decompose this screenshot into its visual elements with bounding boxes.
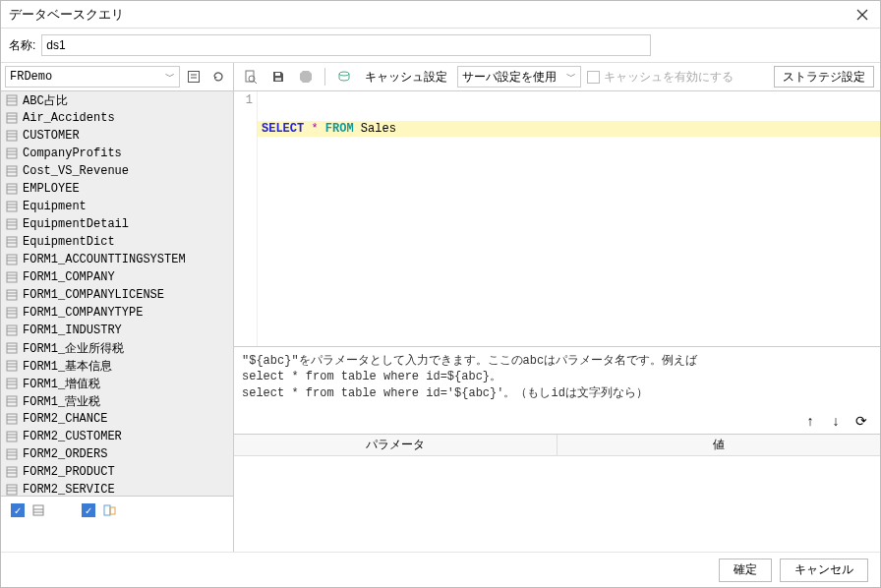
svg-rect-86 [275,78,281,81]
strategy-button-label: ストラテジ設定 [783,69,865,86]
octagon-icon [299,70,313,84]
svg-rect-71 [7,485,17,495]
table-icon [5,129,19,143]
svg-rect-35 [7,272,17,282]
param-table-body[interactable] [234,456,880,552]
svg-rect-8 [7,113,17,123]
refresh-cache-button[interactable] [333,66,355,88]
main: FRDemo ﹀ ABC占比Air_Acci [1,62,880,552]
svg-rect-44 [7,325,17,335]
cancel-button[interactable]: キャンセル [780,559,868,582]
close-button[interactable] [852,5,872,25]
left-toolbar: FRDemo ﹀ [1,63,233,90]
table-item[interactable]: Cost_VS_Revenue [1,162,233,180]
table-item[interactable]: FORM1_基本信息 [1,357,233,375]
svg-rect-59 [7,414,17,424]
table-icon [30,502,46,518]
editor-body[interactable]: SELECT * FROM Sales [258,91,880,346]
table-item-label: Cost_VS_Revenue [23,164,129,178]
table-icon [5,394,19,408]
table-item[interactable]: FORM2_CUSTOMER [1,428,233,445]
table-icon [5,359,19,373]
svg-rect-81 [110,507,115,514]
hint-line-3: select * from table where id='${abc}'。（も… [242,385,872,402]
table-item[interactable]: FORM2_PRODUCT [1,463,233,481]
name-input[interactable] [41,34,651,56]
table-item[interactable]: CompanyProfits [1,145,233,162]
save-button[interactable] [267,66,289,88]
param-move-down-button[interactable]: ↓ [827,412,845,430]
arrow-down-icon: ↓ [833,413,840,429]
svg-rect-65 [7,449,17,459]
table-item[interactable]: FORM2_CHANCE [1,410,233,428]
table-item[interactable]: ABC占比 [1,91,233,109]
table-icon [5,270,19,284]
param-col-name: パラメータ [234,435,558,455]
table-item-label: Air_Accidents [23,111,115,125]
table-item[interactable]: EquipmentDetail [1,215,233,233]
kw-select: SELECT [262,122,304,136]
param-table: パラメータ 値 [234,434,880,552]
table-item-label: CUSTOMER [23,129,80,143]
strategy-button[interactable]: ストラテジ設定 [774,66,874,88]
table-item-label: FORM1_COMPANY [23,270,115,284]
svg-rect-56 [7,396,17,406]
table-item[interactable]: CUSTOMER [1,127,233,145]
table-item-label: FORM1_COMPANYTYPE [23,306,143,320]
refresh-button[interactable] [207,66,229,88]
table-item[interactable]: Equipment [1,198,233,215]
table-item-label: FORM1_ACCOUNTTINGSYSTEM [23,253,186,266]
svg-rect-85 [275,73,280,76]
refresh-icon [211,70,225,84]
ok-button[interactable]: 確定 [719,559,772,582]
table-item[interactable]: FORM2_SERVICE [1,481,233,497]
name-row: 名称: [1,29,880,62]
param-refresh-button[interactable]: ⟳ [852,412,870,430]
table-icon [5,483,19,497]
table-item[interactable]: FORM1_增值税 [1,375,233,392]
svg-rect-62 [7,432,17,441]
svg-rect-68 [7,467,17,477]
checkbox-tables[interactable]: ✓ [11,503,25,517]
kw-star: * [311,122,318,136]
scan-icon [187,70,201,84]
hint-line-1: "${abc}"をパラメータとして入力できます。ここのabcはパラメータ名です。… [242,353,872,370]
connection-select[interactable]: FRDemo ﹀ [5,66,180,88]
sql-editor[interactable]: 1 SELECT * FROM Sales [234,90,880,346]
right-pane: キャッシュ設定 サーバ設定を使用 ﹀ キャッシュを有効にする ストラテジ設定 1 [234,63,880,552]
table-item[interactable]: FORM1_ACCOUNTTINGSYSTEM [1,251,233,268]
right-toolbar: キャッシュ設定 サーバ設定を使用 ﹀ キャッシュを有効にする ストラテジ設定 [234,63,880,90]
table-item[interactable]: FORM2_ORDERS [1,445,233,463]
enable-cache-checkbox: キャッシュを有効にする [587,69,734,86]
checkbox-views[interactable]: ✓ [82,503,95,517]
dialog: データベースクエリ 名称: FRDemo ﹀ [0,0,881,588]
cancel-label: キャンセル [794,562,853,576]
table-icon [5,288,19,302]
left-pane: FRDemo ﹀ ABC占比Air_Acci [1,63,234,552]
floppy-icon [271,70,285,84]
svg-marker-87 [300,71,312,83]
scan-button[interactable] [183,66,205,88]
table-item[interactable]: FORM1_COMPANYLICENSE [1,286,233,304]
checkbox-icon [587,71,600,84]
table-item[interactable]: FORM1_COMPANYTYPE [1,304,233,322]
cache-select[interactable]: サーバ設定を使用 ﹀ [457,66,581,88]
table-item-label: FORM1_营业税 [23,393,100,410]
table-item[interactable]: FORM1_INDUSTRY [1,322,233,339]
table-item-label: Equipment [23,200,87,213]
preview-button[interactable] [240,66,262,88]
table-item[interactable]: FORM1_企业所得税 [1,339,233,357]
table-item-label: FORM2_SERVICE [23,483,115,497]
table-item[interactable]: FORM1_营业税 [1,392,233,410]
table-item-label: EMPLOYEE [23,182,80,196]
table-item[interactable]: EMPLOYEE [1,180,233,198]
table-item[interactable]: FORM1_COMPANY [1,268,233,286]
table-item[interactable]: EquipmentDict [1,233,233,251]
param-move-up-button[interactable]: ↑ [801,412,819,430]
stop-button[interactable] [295,66,317,88]
table-list[interactable]: ABC占比Air_AccidentsCUSTOMERCompanyProfits… [1,90,233,497]
table-item-label: FORM1_基本信息 [23,358,112,375]
table-item[interactable]: Air_Accidents [1,109,233,127]
svg-rect-14 [7,148,17,158]
connection-value: FRDemo [10,70,52,84]
